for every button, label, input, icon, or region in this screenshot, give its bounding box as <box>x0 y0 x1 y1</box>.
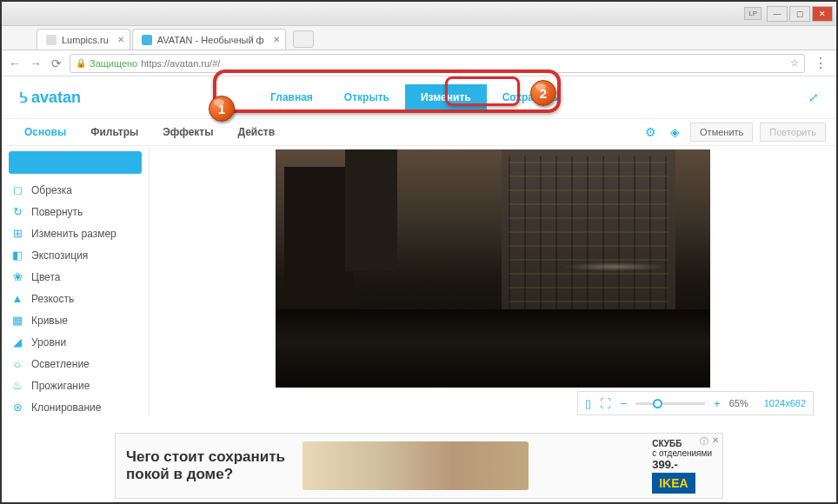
sidebar-item[interactable]: ⊞Изменить размер <box>2 222 149 244</box>
bookmark-icon[interactable]: ☆ <box>790 57 799 69</box>
image-content <box>284 167 354 306</box>
sidebar-item[interactable]: ⊛Клонирование <box>2 396 149 418</box>
layers-icon[interactable]: ◈ <box>667 125 683 139</box>
tool-label: Цвета <box>31 271 60 283</box>
sidebar-item[interactable]: ▲Резкость <box>2 288 149 309</box>
nav-edit[interactable]: Изменить <box>405 84 487 110</box>
tool-icon: ▦ <box>10 314 24 327</box>
ad-headline: Чего стоит сохранить покой в доме? <box>126 448 285 484</box>
redo-button[interactable]: Повторить <box>760 123 826 142</box>
zoom-in-icon[interactable]: + <box>714 397 721 410</box>
tool-icon: ◢ <box>10 335 24 348</box>
dimensions-link[interactable]: 1024x682 <box>764 398 806 408</box>
image-content <box>345 149 397 271</box>
app-header: ᕊ avatan Главная Открыть Изменить Сохран… <box>2 76 836 118</box>
close-button[interactable]: ✕ <box>812 6 833 22</box>
nav-open[interactable]: Открыть <box>329 84 405 110</box>
subnav-actions[interactable]: Действ <box>225 126 287 138</box>
annotation-marker-1: 1 <box>209 96 235 122</box>
ad-info-icon[interactable]: ⓘ <box>700 435 708 448</box>
url-input[interactable]: 🔒 Защищено https://avatan.ru/#/ ☆ <box>70 54 805 73</box>
canvas-area: ▯ ⛶ − + 65% 1024x682 <box>150 146 836 415</box>
tab-close-icon[interactable]: ✕ <box>117 35 124 44</box>
ad-controls: ⓘ ✕ <box>700 435 719 448</box>
image-content <box>276 309 710 388</box>
sub-nav: Основы Фильтры Эффекты Действ ⚙ ◈ Отмени… <box>2 118 836 146</box>
secure-label: Защищено <box>90 58 137 69</box>
main-nav: Главная Открыть Изменить Сохранить <box>255 84 574 110</box>
tool-icon: ↻ <box>10 205 24 218</box>
tool-icon: ☼ <box>10 357 24 370</box>
tool-label: Обрезка <box>31 184 72 196</box>
nav-home[interactable]: Главная <box>255 84 329 110</box>
tool-label: Изменить размер <box>31 228 116 240</box>
ad-banner[interactable]: Чего стоит сохранить покой в доме? СКУББ… <box>115 433 723 499</box>
undo-button[interactable]: Отменить <box>690 123 753 142</box>
ad-image <box>303 441 529 490</box>
tool-label: Экспозиция <box>31 249 88 262</box>
tab-title: AVATAN - Необычный ф <box>157 35 264 45</box>
address-bar: ← → ⟳ 🔒 Защищено https://avatan.ru/#/ ☆ … <box>2 50 836 76</box>
tool-icon: ⊛ <box>10 401 24 414</box>
zoom-thumb[interactable] <box>653 399 662 408</box>
sidebar-item[interactable]: ↻Повернуть <box>2 201 149 222</box>
reload-icon[interactable]: ⟳ <box>49 56 64 70</box>
tab-close-icon[interactable]: ✕ <box>273 35 280 44</box>
workspace: ◻Обрезка↻Повернуть⊞Изменить размер◧Экспо… <box>2 146 836 415</box>
tool-icon: ◧ <box>10 249 24 262</box>
tool-icon: ❀ <box>10 270 24 283</box>
tool-label: Резкость <box>31 293 74 305</box>
ikea-logo: IKEA <box>652 473 695 494</box>
tool-label: Повернуть <box>31 206 83 218</box>
canvas-toolbar: ▯ ⛶ − + 65% 1024x682 <box>577 391 814 415</box>
browser-tabbar: Lumpics.ru ✕ AVATAN - Необычный ф ✕ <box>2 26 836 50</box>
sidebar-item[interactable]: ❀Цвета <box>2 266 149 288</box>
logo-text: avatan <box>31 89 81 107</box>
sidebar-primary-button[interactable] <box>9 151 142 174</box>
tool-icon: ◻ <box>10 183 24 196</box>
zoom-percent: 65% <box>729 398 748 408</box>
minimize-button[interactable]: — <box>767 6 788 22</box>
tool-label: Уровни <box>31 336 66 348</box>
sidebar-item[interactable]: ◢Уровни <box>2 331 149 353</box>
url-text: https://avatan.ru/#/ <box>141 58 220 69</box>
browser-tab[interactable]: AVATAN - Необычный ф ✕ <box>132 29 286 50</box>
sidebar-item[interactable]: ▦Кривые <box>2 309 149 331</box>
tool-icon: ⊞ <box>10 227 24 240</box>
ad-close-icon[interactable]: ✕ <box>712 435 719 448</box>
tool-label: Прожигание <box>31 380 90 392</box>
sidebar-item[interactable]: ◻Обрезка <box>2 179 149 201</box>
sidebar-item[interactable]: ◧Экспозиция <box>2 244 149 266</box>
lock-icon: 🔒 <box>76 58 86 68</box>
tab-title: Lumpics.ru <box>62 35 109 45</box>
new-tab-button[interactable] <box>293 30 314 48</box>
browser-menu-icon[interactable]: ⋮ <box>810 55 831 71</box>
window-titlebar: LP — ▢ ✕ <box>2 2 836 26</box>
maximize-button[interactable]: ▢ <box>789 6 810 22</box>
expand-icon[interactable]: ⛶ <box>600 397 611 410</box>
zoom-out-icon[interactable]: − <box>620 397 627 410</box>
favicon-icon <box>46 35 57 45</box>
browser-tab[interactable]: Lumpics.ru ✕ <box>37 29 130 50</box>
subnav-basics[interactable]: Основы <box>12 126 78 138</box>
image-canvas[interactable] <box>276 149 710 388</box>
fullscreen-icon[interactable]: ⤢ <box>808 90 819 104</box>
ad-area: Чего стоит сохранить покой в доме? СКУББ… <box>2 415 836 504</box>
forward-icon[interactable]: → <box>28 56 43 70</box>
back-icon[interactable]: ← <box>7 56 23 70</box>
settings-icon[interactable]: ⚙ <box>642 125 660 139</box>
image-content <box>562 262 667 271</box>
user-badge: LP <box>744 7 762 20</box>
tool-label: Клонирование <box>31 401 101 414</box>
sidebar-item[interactable]: ♨Прожигание <box>2 375 149 396</box>
sidebar-item[interactable]: ☼Осветление <box>2 353 149 375</box>
subnav-effects[interactable]: Эффекты <box>150 126 225 138</box>
tool-label: Осветление <box>31 358 90 370</box>
annotation-marker-2: 2 <box>530 80 556 106</box>
logo[interactable]: ᕊ avatan <box>19 89 81 107</box>
zoom-slider[interactable] <box>635 402 705 405</box>
tool-icon: ♨ <box>10 379 24 392</box>
fit-icon[interactable]: ▯ <box>585 397 591 410</box>
logo-icon: ᕊ <box>19 90 28 106</box>
subnav-filters[interactable]: Фильтры <box>78 126 150 138</box>
